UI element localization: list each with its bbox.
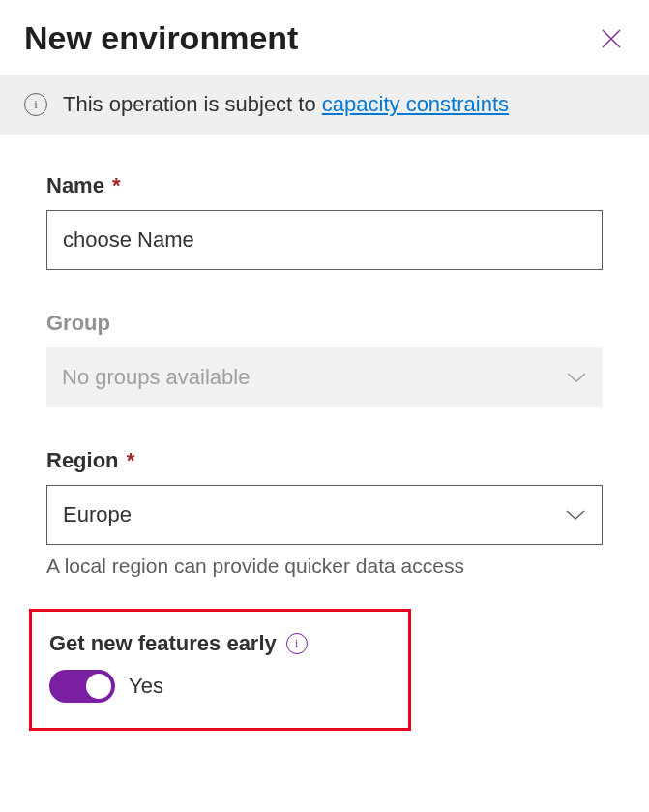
capacity-constraints-link[interactable]: capacity constraints [322,92,509,116]
features-early-toggle-row: Yes [49,670,391,703]
region-field: Region * Europe A local region can provi… [46,448,603,578]
features-early-highlight: Get new features early i Yes [29,609,411,731]
group-field: Group No groups available [46,311,603,407]
region-label: Region * [46,448,603,473]
region-select[interactable]: Europe [46,485,603,545]
info-banner-text: This operation is subject to capacity co… [63,92,509,117]
name-field: Name * [46,173,603,270]
chevron-down-icon [566,371,587,384]
info-icon[interactable]: i [286,633,308,654]
info-icon: i [24,93,47,116]
required-indicator: * [127,448,135,472]
dialog-title: New environment [24,19,298,57]
group-select: No groups available [46,347,603,407]
features-early-state: Yes [129,674,163,699]
form-body: Name * Group No groups available Region … [0,135,649,750]
toggle-knob [86,674,111,699]
region-helper-text: A local region can provide quicker data … [46,555,603,578]
group-label: Group [46,311,603,336]
dialog-header: New environment [0,0,649,75]
info-banner-prefix: This operation is subject to [63,92,322,116]
features-early-toggle[interactable] [49,670,115,703]
name-input[interactable] [46,210,603,270]
features-early-label: Get new features early [49,631,277,656]
info-banner: i This operation is subject to capacity … [0,75,649,135]
region-label-text: Region [46,448,119,472]
region-select-value: Europe [63,502,132,527]
name-label: Name * [46,173,603,198]
close-icon [601,28,622,49]
name-label-text: Name [46,173,104,197]
group-select-value: No groups available [62,365,250,390]
features-early-label-row: Get new features early i [49,631,391,656]
close-button[interactable] [598,25,625,52]
chevron-down-icon [565,508,586,522]
required-indicator: * [112,173,121,197]
